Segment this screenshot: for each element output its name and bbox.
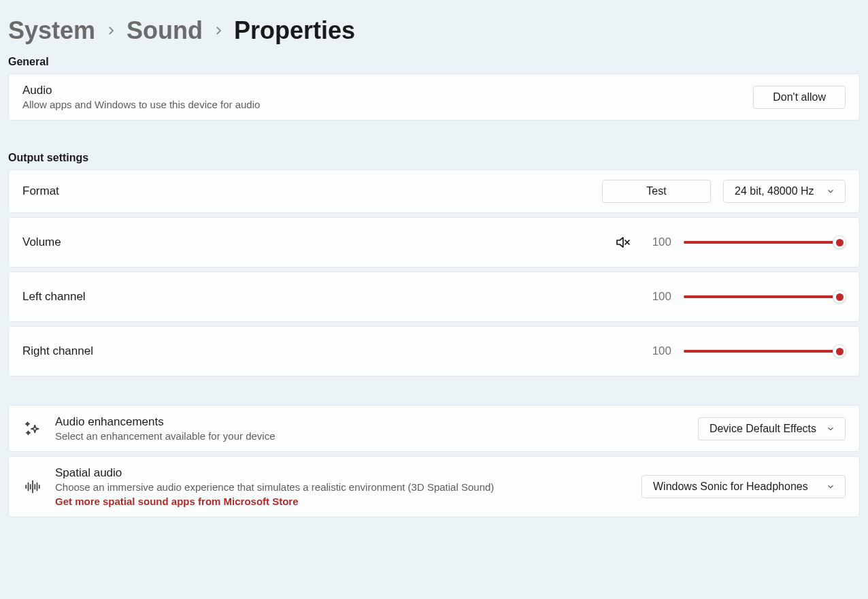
enhancements-subtitle: Select an enhancement available for your… bbox=[55, 430, 686, 442]
spatial-store-link[interactable]: Get more spatial sound apps from Microso… bbox=[55, 496, 629, 507]
chevron-down-icon bbox=[826, 424, 835, 434]
audio-subtitle: Allow apps and Windows to use this devic… bbox=[22, 99, 741, 110]
chevron-right-icon bbox=[105, 25, 117, 37]
breadcrumb-properties: Properties bbox=[234, 16, 355, 45]
breadcrumb: System Sound Properties bbox=[8, 8, 860, 45]
enhancements-title: Audio enhancements bbox=[55, 415, 686, 429]
card-audio: Audio Allow apps and Windows to use this… bbox=[8, 74, 860, 120]
left-channel-slider[interactable] bbox=[684, 289, 846, 305]
volume-slider[interactable] bbox=[684, 234, 846, 250]
format-label: Format bbox=[22, 184, 590, 198]
right-channel-label: Right channel bbox=[22, 344, 635, 358]
enhancements-select[interactable]: Device Default Effects bbox=[698, 417, 846, 440]
speaker-mute-icon[interactable] bbox=[614, 234, 631, 250]
spatial-title: Spatial audio bbox=[55, 466, 629, 480]
card-format: Format Test 24 bit, 48000 Hz bbox=[8, 169, 860, 213]
dont-allow-button[interactable]: Don't allow bbox=[753, 86, 846, 109]
spatial-subtitle: Choose an immersive audio experience tha… bbox=[55, 481, 629, 493]
left-channel-label: Left channel bbox=[22, 290, 635, 304]
chevron-down-icon bbox=[826, 482, 835, 491]
test-button[interactable]: Test bbox=[602, 180, 711, 203]
sparkle-icon bbox=[22, 420, 43, 438]
card-spatial-audio: Spatial audio Choose an immersive audio … bbox=[8, 456, 860, 517]
right-channel-value: 100 bbox=[647, 344, 671, 358]
soundwave-icon bbox=[22, 478, 43, 496]
chevron-right-icon bbox=[212, 25, 224, 37]
left-channel-value: 100 bbox=[647, 290, 671, 304]
section-header-general: General bbox=[8, 56, 860, 68]
volume-value: 100 bbox=[647, 236, 671, 249]
section-header-output: Output settings bbox=[8, 152, 860, 164]
breadcrumb-sound[interactable]: Sound bbox=[127, 16, 203, 45]
format-select-value: 24 bit, 48000 Hz bbox=[735, 185, 816, 197]
card-left-channel: Left channel 100 bbox=[8, 272, 860, 322]
format-select[interactable]: 24 bit, 48000 Hz bbox=[723, 180, 846, 203]
card-volume: Volume 100 bbox=[8, 217, 860, 268]
volume-label: Volume bbox=[22, 236, 602, 249]
right-channel-slider[interactable] bbox=[684, 343, 846, 359]
audio-title: Audio bbox=[22, 84, 741, 97]
enhancements-select-value: Device Default Effects bbox=[710, 423, 816, 435]
card-right-channel: Right channel 100 bbox=[8, 326, 860, 376]
card-audio-enhancements: Audio enhancements Select an enhancement… bbox=[8, 405, 860, 452]
chevron-down-icon bbox=[826, 187, 835, 196]
breadcrumb-system[interactable]: System bbox=[8, 16, 95, 45]
spatial-select[interactable]: Windows Sonic for Headphones bbox=[641, 475, 846, 498]
spatial-select-value: Windows Sonic for Headphones bbox=[653, 481, 816, 493]
